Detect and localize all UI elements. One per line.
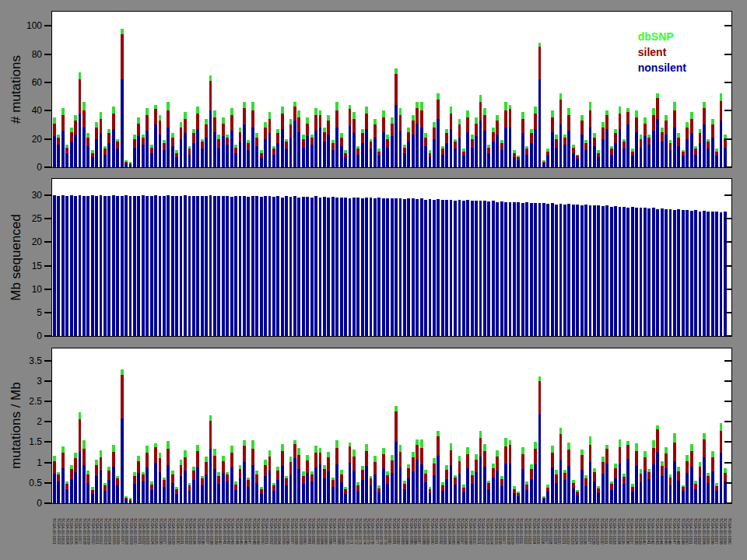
bar-segment-nonsilent — [205, 474, 208, 503]
bar — [285, 348, 288, 503]
bar-segment-dbSNP — [264, 460, 267, 465]
bar-segment-silent — [412, 457, 415, 471]
bar-segment-Mb sequenced — [188, 196, 191, 336]
bar-segment-nonsilent — [433, 475, 436, 503]
bar — [159, 179, 162, 336]
bar-segment-dbSNP — [534, 107, 537, 114]
bar-segment-dbSNP — [251, 440, 254, 449]
bar-segment-Mb sequenced — [626, 208, 630, 336]
bar — [344, 179, 347, 336]
y-tick-label: 1.5 — [29, 436, 42, 447]
y-tick-label: 1 — [37, 457, 42, 468]
bar-segment-Mb sequenced — [133, 196, 136, 336]
bar-segment-dbSNP — [243, 102, 246, 107]
bar — [458, 12, 461, 167]
bar-segment-nonsilent — [703, 457, 706, 503]
bar-segment-nonsilent — [445, 479, 448, 503]
bar-segment-silent — [293, 444, 296, 458]
bar-segment-dbSNP — [521, 447, 524, 454]
bar-segment-dbSNP — [652, 108, 655, 115]
bar-segment-silent — [74, 121, 77, 135]
bar-segment-silent — [445, 470, 448, 480]
bar-segment-nonsilent — [374, 474, 377, 503]
bar — [100, 12, 103, 167]
bar-segment-nonsilent — [91, 157, 94, 167]
bar-segment-Mb sequenced — [525, 202, 528, 336]
bar-segment-silent — [142, 474, 145, 481]
bar-segment-nonsilent — [116, 485, 119, 503]
bar-segment-silent — [559, 434, 563, 460]
bar-segment-dbSNP — [112, 107, 115, 114]
bar-segment-Mb sequenced — [640, 208, 643, 336]
bar — [631, 348, 634, 503]
bar — [589, 348, 592, 503]
bar-segment-silent — [647, 472, 651, 480]
bar-segment-Mb sequenced — [217, 196, 220, 336]
bar-segment-nonsilent — [251, 128, 254, 167]
bar-segment-nonsilent — [74, 135, 77, 167]
bar — [192, 12, 195, 167]
bar-segment-nonsilent — [437, 119, 440, 167]
bar-segment-nonsilent — [521, 469, 524, 503]
bar-segment-silent — [399, 452, 402, 467]
bar-segment-nonsilent — [559, 124, 563, 167]
bar — [314, 179, 317, 336]
bar-segment-nonsilent — [466, 132, 469, 167]
bar — [356, 179, 359, 336]
bar-segment-Mb sequenced — [567, 204, 570, 336]
bar-segment-Mb sequenced — [542, 203, 545, 336]
bar-segment-Mb sequenced — [496, 202, 499, 336]
bar — [103, 179, 107, 336]
bar-segment-Mb sequenced — [500, 201, 503, 336]
bar — [377, 348, 381, 503]
bar — [686, 348, 689, 503]
bar-segment-silent — [121, 34, 124, 79]
bar — [703, 179, 706, 336]
bar-segment-dbSNP — [437, 93, 440, 99]
bar-segment-silent — [365, 114, 368, 129]
bar — [597, 348, 600, 503]
bar — [82, 12, 86, 167]
bar — [715, 179, 718, 336]
bar-segment-silent — [154, 447, 157, 462]
bar-segment-Mb sequenced — [475, 201, 478, 336]
bar — [605, 12, 608, 167]
bar-segment-Mb sequenced — [517, 202, 520, 336]
bar-segment-Mb sequenced — [450, 200, 453, 336]
panel-mb-sequenced: 051015202530 — [51, 178, 732, 337]
bar-segment-nonsilent — [137, 473, 140, 503]
bar-segment-Mb sequenced — [601, 206, 605, 336]
bar-segment-silent — [492, 468, 495, 478]
bar-segment-nonsilent — [403, 489, 406, 503]
bar — [112, 179, 115, 336]
bar — [715, 12, 718, 167]
bar — [454, 12, 457, 167]
bar-segment-nonsilent — [260, 494, 263, 503]
bar-segment-silent — [370, 142, 373, 149]
bar-segment-dbSNP — [264, 122, 267, 128]
bar-segment-silent — [589, 445, 592, 463]
bar-segment-silent — [327, 457, 330, 471]
bar-segment-silent — [454, 478, 457, 485]
bar — [167, 12, 170, 167]
bar-segment-dbSNP — [416, 102, 419, 107]
bar — [517, 348, 520, 503]
bar-segment-dbSNP — [551, 110, 554, 117]
bar — [567, 179, 570, 336]
bar-segment-silent — [276, 133, 279, 143]
bar-segment-nonsilent — [297, 469, 300, 503]
bar-segment-dbSNP — [644, 117, 647, 123]
bar — [327, 179, 330, 336]
bar-segment-nonsilent — [496, 135, 499, 167]
bar-segment-nonsilent — [445, 143, 448, 167]
y-tick-label: 10 — [32, 284, 42, 295]
bar-segment-Mb sequenced — [70, 195, 73, 336]
y-tick-label: 0 — [37, 498, 42, 509]
bar-segment-silent — [352, 119, 356, 133]
bar-segment-dbSNP — [79, 72, 82, 79]
bar-segment-nonsilent — [356, 155, 359, 167]
bar — [196, 179, 199, 336]
bar-segment-silent — [107, 471, 110, 480]
bar-segment-Mb sequenced — [677, 209, 680, 336]
bar-segment-nonsilent — [289, 138, 293, 167]
